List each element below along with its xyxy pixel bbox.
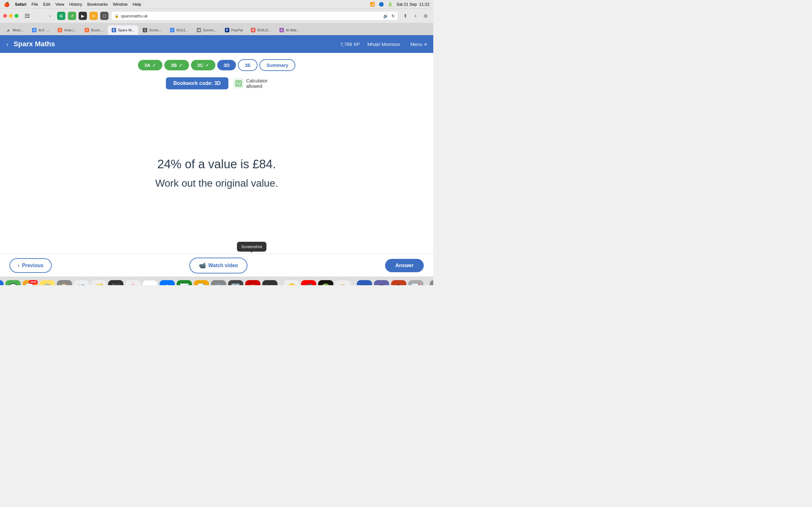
screencapture-icon: 📷 — [265, 283, 275, 285]
reload-icon[interactable]: ↻ — [392, 14, 395, 18]
dock-calendar[interactable]: 21 — [142, 280, 158, 285]
battery-icon: 🔋 — [388, 2, 393, 7]
url-display: sparxmaths.uk — [121, 14, 148, 18]
dock-notes[interactable]: 📋 — [40, 280, 55, 285]
watch-video-label: Watch video — [208, 263, 238, 268]
apple-menu[interactable]: 🍎 — [4, 2, 10, 7]
app-name[interactable]: Safari — [15, 2, 26, 7]
dock-powerpoint[interactable]: P — [391, 280, 406, 285]
sparx-header: ‹ Sparx Maths 7,769 XP Mhairi Morrison M… — [0, 35, 433, 53]
dock-maps[interactable]: 🗺️ — [74, 280, 89, 285]
sidebar-toggle-button[interactable] — [23, 11, 32, 20]
tab-summ[interactable]: ➡ Summ... — [193, 25, 220, 35]
dock-screencapture[interactable]: 📷 — [262, 280, 277, 285]
tab-favicon-sparx: S — [112, 28, 116, 32]
dock-launchpad[interactable]: ⬛ — [108, 280, 123, 285]
sparx-back-button[interactable]: ‹ — [6, 41, 9, 48]
dock-teams[interactable]: T — [374, 280, 389, 285]
extension-2[interactable]: ↺ — [68, 12, 76, 20]
dock-sysprefs[interactable]: ⚙️ — [211, 280, 226, 285]
dock-chrome[interactable]: 🟡 — [284, 280, 299, 285]
window-menu[interactable]: Window — [113, 2, 128, 7]
tab-busi[interactable]: A Busin... — [81, 25, 107, 35]
close-button[interactable] — [3, 14, 7, 18]
dock-photobooth[interactable]: 📸 — [245, 280, 260, 285]
answer-button[interactable]: Answer — [385, 259, 424, 272]
tab-moto[interactable]: 🔊 Moto... — [3, 25, 28, 35]
tab-3D-label: 3D — [223, 62, 230, 68]
tab-aimat[interactable]: A AI Mat... — [275, 25, 303, 35]
dock-photos[interactable]: 🌸 — [125, 280, 141, 285]
share-button[interactable]: ⬆ — [401, 11, 410, 20]
tab-overview-button[interactable]: ⊞ — [421, 11, 430, 20]
dock-pages-notes[interactable]: 📝 2638 — [22, 280, 38, 285]
dock-appstore[interactable]: A — [159, 280, 175, 285]
svg-point-9 — [237, 85, 237, 86]
tab-label-busi: Busin... — [91, 28, 103, 32]
svg-rect-1 — [25, 15, 30, 16]
dock-numbers[interactable]: 📊 — [177, 280, 192, 285]
back-button[interactable]: ‹ — [34, 11, 43, 20]
previous-arrow-icon: ‹ — [18, 263, 19, 268]
svg-rect-2 — [25, 17, 30, 18]
tab-3B-label: 3B — [171, 62, 177, 68]
tab-3E-label: 3E — [245, 62, 251, 68]
dock-music[interactable]: 🎵 — [301, 280, 316, 285]
maps-icon: 🗺️ — [77, 283, 86, 285]
sysprefs-icon: ⚙️ — [214, 283, 223, 285]
dock-pages2[interactable]: 📄 — [194, 280, 209, 285]
tab-hole[interactable]: A Hole.i... — [54, 25, 80, 35]
spotify-icon: 🟢 — [321, 283, 331, 285]
dock-finder[interactable]: 😊 — [0, 280, 3, 285]
tab-paypal[interactable]: P PayPal — [221, 25, 247, 35]
tab-favicon-hole: A — [58, 28, 62, 32]
forward-button[interactable]: › — [46, 11, 55, 20]
edit-menu[interactable]: Edit — [43, 2, 50, 7]
dock-notes2[interactable]: 📝 — [408, 280, 423, 285]
dock-safari[interactable]: 🧭 — [91, 280, 106, 285]
tab-summary-label: Summary — [266, 62, 288, 68]
tab-3D[interactable]: 3D — [217, 60, 236, 70]
content-area: 3A ✓ 3B ✓ 3C ✓ 3D 3E Summary Bookwork — [0, 53, 433, 254]
tab-3A[interactable]: 3A ✓ — [138, 60, 162, 70]
maximize-button[interactable] — [14, 14, 18, 18]
history-menu[interactable]: History — [69, 2, 82, 7]
dock-screenshot2[interactable]: 📸 — [335, 280, 351, 285]
tab-3C[interactable]: 3C ✓ — [191, 60, 215, 70]
tab-favicon-aimat: A — [280, 28, 284, 32]
bookmarks-menu[interactable]: Bookmarks — [87, 2, 108, 7]
view-menu[interactable]: View — [55, 2, 64, 7]
dock-spotify[interactable]: 🟢 — [318, 280, 334, 285]
dock-trash[interactable]: 🗑️ — [430, 280, 433, 285]
sparx-user-name[interactable]: Mhairi Morrison — [367, 42, 400, 47]
tab-3B[interactable]: 3B ✓ — [164, 60, 189, 70]
minimize-button[interactable] — [9, 14, 13, 18]
video-camera-icon: 📹 — [199, 262, 206, 269]
tab-3E[interactable]: 3E — [238, 59, 258, 71]
extension-3[interactable]: ▶ — [79, 12, 87, 20]
dock-calculator[interactable]: 🔢 — [228, 280, 243, 285]
pages2-icon: 📄 — [197, 283, 206, 285]
tab-build[interactable]: B BUILD... — [247, 25, 275, 35]
extension-4[interactable]: H — [90, 12, 98, 20]
dock-messages[interactable]: 💬 — [5, 280, 20, 285]
help-menu[interactable]: Help — [133, 2, 141, 7]
previous-button[interactable]: ‹ Previous — [9, 258, 52, 273]
tab-scree[interactable]: S Scree... — [139, 25, 165, 35]
bluetooth-icon: 🔵 — [379, 2, 384, 7]
file-menu[interactable]: File — [32, 2, 38, 7]
extension-5[interactable]: ⬡ — [100, 12, 108, 20]
tab-sparx[interactable]: S Sparx M... — [108, 25, 138, 35]
grammarly-extension[interactable]: G — [57, 12, 65, 20]
tab-93x[interactable]: G 93x(1... — [166, 25, 192, 35]
word-icon: W — [361, 283, 368, 285]
sparx-menu-button[interactable]: Menu ≡ — [410, 42, 427, 47]
dock-apps[interactable]: 📦 — [57, 280, 72, 285]
watch-video-button[interactable]: 📹 Watch video — [189, 258, 248, 274]
tab-summary[interactable]: Summary — [259, 59, 295, 71]
address-bar[interactable]: 🔒 sparxmaths.uk 🔊 ↻ — [111, 11, 398, 20]
dock-word[interactable]: W — [357, 280, 372, 285]
tab-8x3[interactable]: G 8x3 -... — [28, 25, 53, 35]
new-tab-button[interactable]: + — [411, 11, 420, 20]
tab-favicon-busi: A — [85, 28, 89, 32]
